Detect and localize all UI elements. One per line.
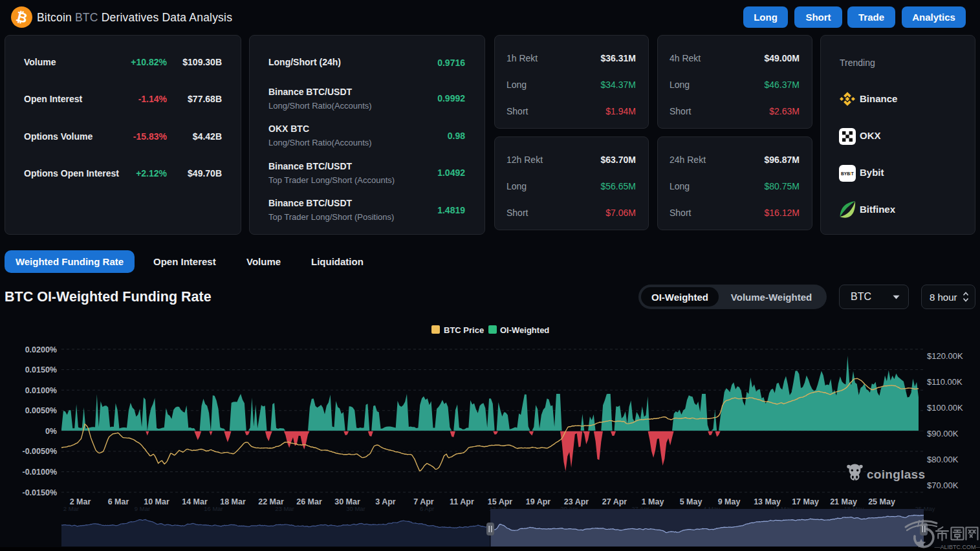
svg-text:-0.0100%: -0.0100% xyxy=(22,468,57,477)
svg-text:0.0200%: 0.0200% xyxy=(25,345,57,354)
svg-text:0%: 0% xyxy=(45,427,57,436)
svg-text:5 May: 5 May xyxy=(680,497,702,506)
svg-text:16 Mar: 16 Mar xyxy=(204,505,223,512)
svg-text:19 Apr: 19 Apr xyxy=(526,497,551,506)
svg-text:2 Mar: 2 Mar xyxy=(63,505,79,512)
svg-text:—ALIBTC.COM—: —ALIBTC.COM— xyxy=(934,544,980,550)
svg-text:11 Apr: 11 Apr xyxy=(450,497,474,506)
svg-text:9 Mar: 9 Mar xyxy=(135,505,150,512)
svg-text:$70.00K: $70.00K xyxy=(927,481,959,490)
svg-text:-0.0050%: -0.0050% xyxy=(22,447,57,456)
svg-text:18 Mar: 18 Mar xyxy=(220,497,246,506)
svg-text:0.0100%: 0.0100% xyxy=(25,386,57,395)
svg-text:$110.00K: $110.00K xyxy=(927,377,963,387)
svg-text:23 Mar: 23 Mar xyxy=(275,505,294,512)
svg-text:-0.0150%: -0.0150% xyxy=(22,488,57,497)
svg-text:$80.00K: $80.00K xyxy=(927,455,959,464)
svg-text:26 Mar: 26 Mar xyxy=(296,497,322,506)
svg-text:17 May: 17 May xyxy=(792,497,819,506)
svg-text:$100.00K: $100.00K xyxy=(927,403,963,413)
svg-text:9 May: 9 May xyxy=(718,497,741,506)
svg-text:$90.00K: $90.00K xyxy=(927,429,959,438)
svg-text:coinglass: coinglass xyxy=(867,468,925,481)
svg-text:0.0150%: 0.0150% xyxy=(25,365,57,374)
svg-text:3 Apr: 3 Apr xyxy=(375,497,396,506)
svg-text:$120.00K: $120.00K xyxy=(927,351,963,361)
svg-text:30 Mar: 30 Mar xyxy=(346,505,365,512)
svg-text:6 Apr: 6 Apr xyxy=(420,505,434,512)
svg-text:0.0050%: 0.0050% xyxy=(25,406,57,415)
svg-text:27 Apr: 27 Apr xyxy=(602,497,627,506)
svg-text:25 May: 25 May xyxy=(868,497,895,506)
svg-text:6 Mar: 6 Mar xyxy=(108,497,129,506)
